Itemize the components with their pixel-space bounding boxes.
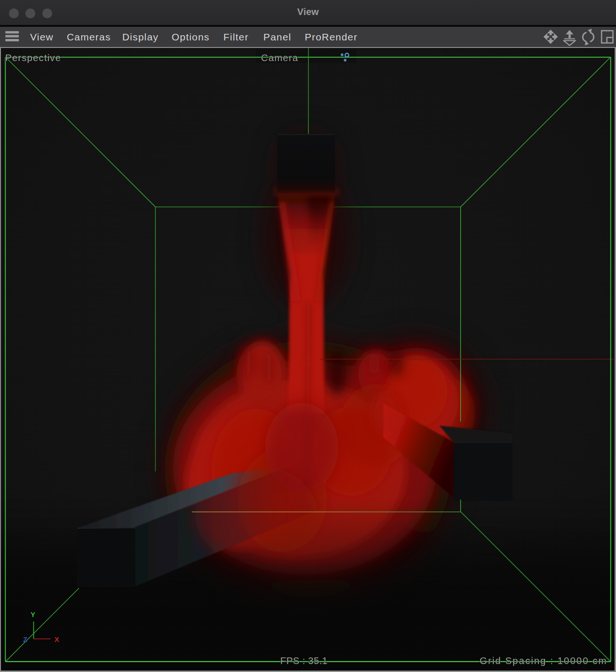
svg-text:Z: Z: [23, 635, 27, 643]
svg-text:Grid Spacing : 10000 cm: Grid Spacing : 10000 cm: [480, 655, 608, 666]
svg-text:Perspective: Perspective: [5, 52, 61, 63]
svg-text:Camera: Camera: [261, 52, 299, 63]
svg-text:Y: Y: [31, 610, 35, 618]
svg-text:FPS : 35.1: FPS : 35.1: [280, 655, 328, 666]
svg-text:X: X: [55, 635, 59, 643]
